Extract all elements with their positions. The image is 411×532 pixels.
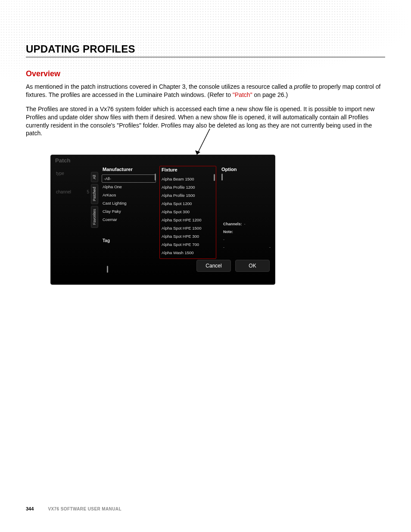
fixture-item[interactable]: Alpha Spot HPE 1500 (160, 224, 216, 232)
p1-a: As mentioned in the patch instructions c… (26, 83, 294, 90)
panel-left-column: type channel 5 (54, 166, 91, 259)
vertical-tabs: All Patched Favorites (91, 166, 98, 259)
channels-label: Channels: (223, 222, 242, 226)
manufacturer-item-all[interactable]: -All- (102, 174, 156, 183)
manufacturer-item[interactable]: Clay Paky (101, 207, 157, 215)
scrollbar-thumb[interactable] (107, 266, 108, 273)
tab-favorites[interactable]: Favorites (91, 206, 98, 228)
tab-all[interactable]: All (91, 172, 98, 182)
paragraph-1: As mentioned in the patch instructions c… (26, 83, 385, 99)
fixture-item[interactable]: Alpha Spot HPE 300 (160, 232, 216, 240)
info-dash-1: - (223, 236, 271, 243)
panel-title: Patch (51, 155, 275, 166)
manufacturer-item[interactable]: Alpha One (101, 183, 157, 191)
channel-label: channel (56, 190, 71, 194)
manual-title: VX76 SOFTWARE USER MANUAL (48, 507, 121, 511)
channels-value: - (244, 222, 246, 226)
scrollbar-thumb[interactable] (221, 174, 223, 180)
p1-profile-word: profile (294, 83, 311, 90)
fixture-item[interactable]: Alpha Spot 1200 (160, 199, 216, 208)
patch-link[interactable]: "Patch" (233, 91, 252, 98)
patch-dialog-figure: Patch type channel 5 All Patched Favorit… (50, 155, 361, 285)
type-label: type (56, 171, 64, 176)
note-label: Note: (223, 230, 233, 234)
fixture-column: Fixture Alpha Beam 1500 Alpha Profile 12… (159, 166, 216, 259)
fixture-item[interactable]: Alpha Beam 1500 (160, 175, 216, 183)
fixture-item[interactable]: Alpha Spot HPE 1200 (160, 216, 216, 224)
svg-marker-1 (195, 150, 200, 155)
patch-panel: Patch type channel 5 All Patched Favorit… (50, 155, 275, 285)
paragraph-2: The Profiles are stored in a Vx76 system… (26, 105, 385, 138)
option-header: Option (220, 166, 271, 174)
page-number: 344 (26, 506, 34, 511)
tag-label: Tag (103, 238, 110, 243)
fixture-item[interactable]: Alpha Spot 300 (160, 208, 216, 216)
fixture-header: Fixture (160, 166, 216, 175)
manufacturer-item[interactable]: Coemar (101, 215, 157, 224)
manufacturer-column: Manufacturer -All- Alpha One ArKaos Cast… (101, 166, 157, 259)
cancel-button[interactable]: Cancel (196, 260, 231, 272)
fixture-item[interactable]: Alpha Profile 1500 (160, 191, 216, 199)
manufacturer-header: Manufacturer (101, 166, 157, 174)
manufacturer-item[interactable]: Cast Lighting (101, 199, 157, 207)
fixture-item[interactable]: Alpha Profile 1200 (160, 183, 216, 191)
fixture-item[interactable]: Alpha Wash 1500 (160, 249, 216, 257)
channel-value: 5 (87, 190, 89, 194)
overview-heading: Overview (26, 69, 385, 78)
title-rule (26, 57, 385, 57)
scrollbar-thumb[interactable] (155, 174, 156, 180)
page-footer: 344 VX76 SOFTWARE USER MANUAL (26, 506, 121, 511)
info-area: Channels: - Note: - - - (223, 220, 271, 251)
ok-button[interactable]: OK (235, 260, 270, 272)
tab-patched[interactable]: Patched (91, 184, 98, 204)
scrollbar-thumb[interactable] (214, 174, 215, 181)
info-dash-2: - (223, 245, 224, 249)
p1-c: on page 26.) (252, 91, 288, 98)
info-dash-3: - (269, 245, 271, 249)
fixture-item[interactable]: Alpha Spot HPE 700 (160, 240, 216, 249)
manufacturer-item[interactable]: ArKaos (101, 191, 157, 199)
page-title: UPDATING PROFILES (26, 43, 385, 55)
